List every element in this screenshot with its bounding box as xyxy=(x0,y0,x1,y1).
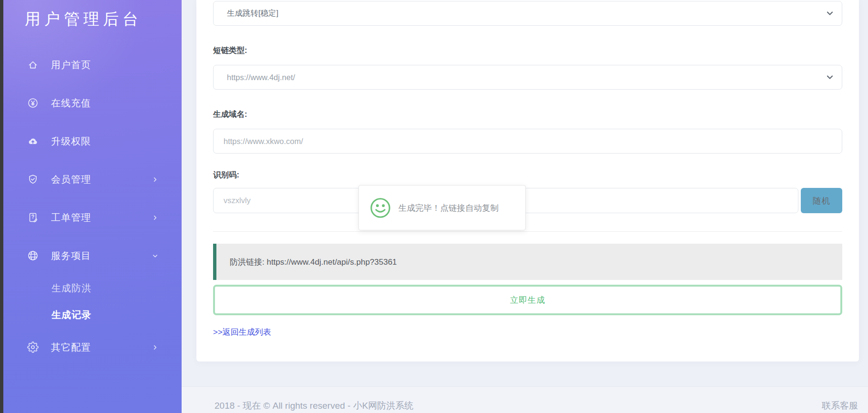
gear-icon xyxy=(27,341,39,353)
sidebar-item-members[interactable]: 会员管理 xyxy=(3,160,182,198)
sidebar-item-workorders[interactable]: 工单管理 xyxy=(3,198,182,237)
sidebar: 用户管理后台 用户首页 在线充值 升级权限 xyxy=(3,0,182,413)
sidebar-title: 用户管理后台 xyxy=(3,0,182,30)
sidebar-item-label: 会员管理 xyxy=(51,173,91,186)
sidebar-item-other-config[interactable]: 其它配置 xyxy=(3,328,182,366)
shield-check-icon xyxy=(27,174,39,185)
mode-select[interactable]: 生成跳转[稳定] xyxy=(213,1,842,26)
sidebar-item-label: 工单管理 xyxy=(51,211,91,224)
sidebar-item-home[interactable]: 用户首页 xyxy=(3,46,182,84)
shortlink-select-value: https://www.4dj.net/ xyxy=(227,73,295,82)
sidebar-item-label: 在线充值 xyxy=(51,97,91,110)
result-link-text[interactable]: 防洪链接: https://www.4dj.net/api/s.php?3536… xyxy=(230,257,397,268)
code-input-group: 随机 xyxy=(213,188,842,213)
chevron-down-icon xyxy=(825,72,835,82)
sidebar-subitem-records[interactable]: 生成记录 xyxy=(3,301,182,328)
sidebar-nav: 用户首页 在线充值 升级权限 会员管理 xyxy=(3,30,182,366)
window-edge-strip xyxy=(0,0,3,413)
generate-button[interactable]: 立即生成 xyxy=(213,285,842,315)
chevron-right-icon xyxy=(152,214,159,221)
random-button[interactable]: 随机 xyxy=(801,188,842,213)
chevron-down-icon xyxy=(825,9,835,18)
mode-select-value: 生成跳转[稳定] xyxy=(227,8,278,19)
divider xyxy=(213,231,842,232)
sidebar-item-label: 用户首页 xyxy=(51,59,91,72)
code-label: 识别码: xyxy=(213,170,842,179)
chevron-down-icon xyxy=(152,252,159,259)
sidebar-item-label: 升级权限 xyxy=(51,135,91,148)
domain-input[interactable] xyxy=(213,129,842,154)
chevron-right-icon xyxy=(152,344,159,351)
sidebar-subitem-generate[interactable]: 生成防洪 xyxy=(3,275,182,301)
form-card: 生成跳转[稳定] 短链类型: https://www.4dj.net/ 生成域名… xyxy=(196,0,859,361)
sidebar-item-recharge[interactable]: 在线充值 xyxy=(3,84,182,122)
toast-message: 生成完毕！点链接自动复制 xyxy=(398,202,499,214)
screen: 用户管理后台 用户首页 在线充值 升级权限 xyxy=(0,0,868,413)
work-order-icon xyxy=(27,212,39,223)
sidebar-item-services[interactable]: 服务项目 xyxy=(3,237,182,275)
globe-icon xyxy=(27,250,39,261)
cloud-upload-icon xyxy=(27,135,39,147)
sidebar-item-label: 服务项目 xyxy=(51,249,91,262)
shortlink-type-label: 短链类型: xyxy=(213,45,842,55)
domain-label: 生成域名: xyxy=(213,109,842,119)
footer: 2018 - 现在 © All rights reserved - 小K网防洪系… xyxy=(182,386,868,413)
sidebar-item-label: 其它配置 xyxy=(51,341,91,354)
shortlink-select[interactable]: https://www.4dj.net/ xyxy=(213,65,842,90)
copyright-text: 2018 - 现在 © All rights reserved - 小K网防洪系… xyxy=(214,400,413,412)
smiley-icon xyxy=(369,197,391,219)
home-icon xyxy=(27,59,39,71)
yen-circle-icon xyxy=(27,97,39,109)
chevron-right-icon xyxy=(152,176,159,183)
sidebar-item-upgrade[interactable]: 升级权限 xyxy=(3,122,182,160)
back-to-list-link[interactable]: >>返回生成列表 xyxy=(213,327,271,338)
contact-support-link[interactable]: 联系客服 xyxy=(822,400,858,412)
result-alert: 防洪链接: https://www.4dj.net/api/s.php?3536… xyxy=(213,244,842,280)
success-toast: 生成完毕！点链接自动复制 xyxy=(358,185,526,230)
